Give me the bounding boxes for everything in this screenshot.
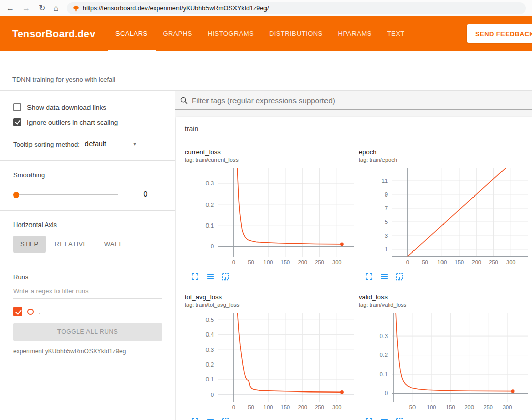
svg-text:50: 50 [248,259,254,265]
axis-wall-button[interactable]: WALL [97,236,130,253]
run-list-item: . [13,307,162,316]
svg-text:3: 3 [385,233,388,239]
runs-label: Runs [13,273,162,281]
chart-card-valid-loss: valid_loss tag: train/valid_loss 00.10.2… [359,293,530,420]
fit-domain-icon[interactable] [395,417,404,420]
run-checkbox[interactable] [13,307,22,316]
svg-text:0.3: 0.3 [206,347,214,353]
line-chart-epoch[interactable]: 1357911050100150200250300 [359,164,530,267]
tab-distributions[interactable]: DISTRIBUTIONS [261,16,331,51]
svg-text:9: 9 [385,191,388,198]
expand-chart-icon[interactable] [365,272,373,281]
chart-title: tot_avg_loss [185,293,356,301]
line-chart-current-loss[interactable]: 00.10.20.3050100150200250300 [185,164,356,267]
experiment-id-note: experiment yKUbhb5wRmOSXYkId1z9eg [13,348,162,355]
svg-text:50: 50 [409,404,416,410]
tab-graphs[interactable]: GRAPHS [156,16,200,51]
svg-text:150: 150 [281,404,290,410]
smoothing-value-input[interactable] [129,190,162,200]
svg-text:0.2: 0.2 [206,202,214,208]
svg-text:200: 200 [464,404,474,410]
tag-group-header[interactable]: train [176,117,532,141]
run-name: . [39,308,41,316]
tab-text[interactable]: TEXT [379,16,412,51]
data-table-icon[interactable] [206,272,215,281]
send-feedback-button[interactable]: SEND FEEDBACK [467,24,532,43]
svg-text:0.1: 0.1 [206,222,214,229]
expand-chart-icon[interactable] [191,417,199,420]
horizontal-axis-options: STEP RELATIVE WALL [13,236,162,253]
tooltip-sorting-select[interactable]: default ▾ [84,139,137,150]
horizontal-axis-label: Horizontal Axis [13,221,162,229]
fit-domain-icon[interactable] [221,272,230,281]
forward-icon[interactable]: → [22,4,31,12]
url-input[interactable] [83,5,520,12]
svg-text:250: 250 [489,259,498,265]
data-table-icon[interactable] [380,417,389,420]
svg-text:100: 100 [427,404,436,410]
tab-scalars[interactable]: SCALARS [108,16,156,51]
svg-text:150: 150 [446,404,455,410]
reload-icon[interactable]: ↻ [39,4,45,12]
svg-text:300: 300 [506,259,515,265]
data-table-icon[interactable] [380,272,389,281]
svg-text:1: 1 [385,246,388,253]
chart-tag: tag: train/current_loss [185,156,356,163]
browser-toolbar: ← → ↻ ⌂ [0,0,532,16]
divider [0,160,175,161]
expand-chart-icon[interactable] [365,417,373,420]
svg-text:0: 0 [211,243,214,249]
app-logo[interactable]: TensorBoard.dev [12,16,95,51]
svg-text:100: 100 [437,259,447,265]
chart-card-tot-avg-loss: tot_avg_loss tag: train/tot_avg_loss 00.… [185,293,356,420]
tensorboard-favicon [73,5,79,12]
show-download-links-label: Show data download links [27,104,106,111]
data-table-icon[interactable] [206,417,215,420]
svg-text:5: 5 [385,219,388,225]
tag-filter-input[interactable] [192,96,532,105]
svg-text:0: 0 [232,404,235,410]
axis-relative-button[interactable]: RELATIVE [48,236,95,253]
line-chart-tot-avg-loss[interactable]: 00.10.20.30.40.5050100150200250300 [185,310,356,412]
tab-histograms[interactable]: HISTOGRAMS [200,16,261,51]
svg-text:100: 100 [263,259,273,265]
smoothing-slider[interactable] [13,191,118,199]
expand-chart-icon[interactable] [191,272,199,281]
nav-tabs: SCALARS GRAPHS HISTOGRAMS DISTRIBUTIONS … [108,16,412,51]
axis-step-button[interactable]: STEP [13,236,46,253]
runs-filter-input[interactable] [13,283,162,299]
svg-text:0: 0 [385,390,388,396]
slider-thumb[interactable] [13,192,19,198]
svg-text:11: 11 [382,178,388,184]
ignore-outliers-checkbox[interactable] [13,118,21,126]
tab-hparams[interactable]: HPARAMS [331,16,379,51]
line-chart-valid-loss[interactable]: 00.10.20.350100150200250300 [359,310,530,412]
fit-domain-icon[interactable] [221,417,230,420]
show-download-links-checkbox[interactable] [13,103,21,111]
svg-text:250: 250 [315,259,324,265]
dashboard-main: train current_loss tag: train/current_lo… [175,91,532,420]
tooltip-sorting-value: default [85,139,106,148]
charts-grid: current_loss tag: train/current_loss 00.… [176,141,532,420]
chart-card-current-loss: current_loss tag: train/current_loss 00.… [185,148,356,281]
tag-filter-row [175,94,532,110]
chart-tag: tag: train/tot_avg_loss [185,301,356,309]
tag-group-card: train current_loss tag: train/current_lo… [176,117,532,420]
svg-text:150: 150 [281,259,290,265]
chart-actions [359,414,530,420]
chart-title: valid_loss [359,293,530,301]
svg-text:150: 150 [455,259,464,265]
divider [0,210,175,211]
chart-title: epoch [359,148,530,156]
svg-text:300: 300 [503,404,512,410]
home-icon[interactable]: ⌂ [53,4,58,12]
address-bar[interactable] [67,2,526,14]
svg-text:0: 0 [406,259,409,265]
svg-text:250: 250 [484,404,493,410]
svg-text:250: 250 [315,404,324,410]
back-icon[interactable]: ← [6,4,14,12]
chart-actions [359,269,530,281]
toggle-all-runs-button[interactable]: TOGGLE ALL RUNS [13,323,162,341]
svg-text:7: 7 [385,205,388,211]
fit-domain-icon[interactable] [395,272,404,281]
